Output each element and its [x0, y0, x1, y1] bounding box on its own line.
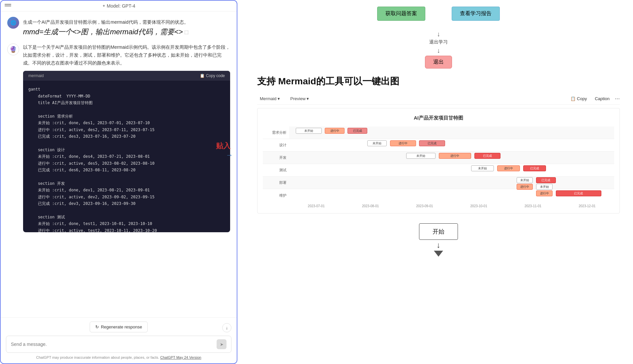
gantt-bar-1-1: 未开始 [296, 128, 322, 134]
model-label: Model: GPT-4 [102, 3, 135, 9]
preview-tab-button[interactable]: Preview ▾ [288, 95, 312, 102]
gantt-bar-3-1: 未开始 [406, 153, 436, 159]
gantt-bars-3: 未开始 进行中 已完成 [289, 152, 614, 164]
chat-panel: Model: GPT-4 🌐 生成一个AI产品开发项目甘特图示例，输出merma… [0, 0, 237, 364]
gantt-date-labels: 2023-07-01 2023-08-01 2023-09-01 2023-10… [289, 204, 614, 208]
gantt-row-4: 测试 未开始 进行中 已完成 [263, 164, 614, 177]
preview-chevron-icon: ▾ [307, 96, 309, 101]
flowchart-area: 开始 ↓ [257, 223, 620, 257]
copy-icon: 📋 [200, 73, 205, 78]
gantt-section-label-6: 维护 [263, 189, 289, 202]
paste-in-arrow: → [226, 151, 233, 159]
user-text-1: 生成一个AI产品开发项目甘特图示例，输出mermaid代码，需要体现不同的状态。 [23, 17, 189, 26]
toolbar-right: 📋 Copy Caption ··· [568, 95, 620, 102]
section-title: 支持 Mermaid的工具可以一键出图 [257, 75, 620, 88]
message-input[interactable] [11, 342, 214, 347]
gantt-bar-3-2: 进行中 [439, 153, 471, 159]
gantt-section-label-1: 需求分析 [263, 126, 289, 139]
copy-code-button[interactable]: 📋 Copy code [200, 73, 225, 78]
toolbar-left: Mermaid ▾ Preview ▾ [257, 95, 312, 102]
gantt-bars-5: 未开始 进行中 已完成 未开始 [289, 177, 614, 189]
chat-header: Model: GPT-4 [1, 1, 237, 12]
code-block: mermaid 📋 Copy code gantt dateFormat YYY… [23, 71, 230, 232]
gantt-bar-6-2: 已完成 [556, 190, 601, 196]
get-answer-button[interactable]: 获取问题答案 [377, 7, 425, 21]
gantt-chart-area: AI产品开发项目甘特图 需求分析 未开始 进行中 已完成 设计 未开始 进行中 … [257, 108, 620, 213]
gantt-bars-6: 进行中 已完成 [289, 189, 614, 202]
scroll-down-button[interactable]: ↓ [222, 323, 231, 332]
gantt-bar-4-2: 进行中 [497, 165, 520, 171]
mermaid-tab-button[interactable]: Mermaid ▾ [257, 95, 283, 102]
right-panel: 获取问题答案 查看学习报告 ↓ 退出学习 ↓ 退出 支持 Mermaid的工具可… [237, 0, 633, 364]
ai-avatar: 🔮 [7, 43, 19, 55]
italic-title: mmd=生成一个<>图，输出mermaid代码，需要<> ⬚ [23, 27, 189, 37]
toolbar-copy-icon: 📋 [570, 96, 576, 101]
flowchart-arrow: ↓ [437, 240, 440, 250]
gantt-bar-2-1: 未开始 [367, 140, 387, 146]
gantt-bar-3-3: 已完成 [474, 153, 500, 159]
code-body: gantt dateFormat YYYY-MM-DD title AI产品开发… [23, 81, 230, 232]
gantt-bar-6-1: 进行中 [536, 190, 552, 196]
sidebar-toggle-button[interactable] [5, 4, 11, 11]
code-lang-label: mermaid [28, 73, 44, 78]
gantt-bars-4: 未开始 进行中 已完成 [289, 164, 614, 176]
gantt-row-3: 开发 未开始 进行中 已完成 [263, 152, 614, 164]
gantt-date-5: 2023-11-01 [506, 204, 560, 208]
toolbar-caption-button[interactable]: Caption [592, 95, 612, 102]
top-buttons-area: 获取问题答案 查看学习报告 [257, 0, 620, 27]
regenerate-button[interactable]: ↻ Regenerate response [90, 322, 148, 332]
gantt-date-4: 2023-10-01 [452, 204, 506, 208]
send-button[interactable]: ➤ [217, 339, 226, 349]
view-report-button[interactable]: 查看学习报告 [452, 7, 500, 21]
gantt-date-1: 2023-07-01 [289, 204, 343, 208]
exit-label: 退出学习 [429, 39, 448, 45]
gantt-bar-2-3: 已完成 [419, 140, 445, 146]
paste-in-label: 贴入 [216, 141, 230, 151]
flow-arrow-2: ↓ [437, 47, 440, 54]
gantt-bar-4-1: 未开始 [471, 165, 494, 171]
gantt-title: AI产品开发项目甘特图 [263, 115, 614, 121]
regenerate-icon: ↻ [95, 324, 99, 329]
flowchart-triangle [434, 251, 443, 257]
exit-button[interactable]: 退出 [425, 56, 452, 69]
user-message-1: 🌐 生成一个AI产品开发项目甘特图示例，输出mermaid代码，需要体现不同的状… [7, 17, 230, 37]
exit-flow: ↓ 退出学习 ↓ 退出 [257, 31, 620, 69]
disclaimer-text: ChatGPT may produce inaccurate informati… [6, 355, 231, 359]
mermaid-toolbar: Mermaid ▾ Preview ▾ 📋 Copy Caption ··· [257, 93, 620, 105]
gantt-bar-5-3: 已完成 [536, 177, 556, 183]
disclaimer-link[interactable]: ChatGPT May 24 Version [160, 355, 201, 359]
gantt-row-1: 需求分析 未开始 进行中 已完成 [263, 126, 614, 139]
mermaid-chevron-icon: ▾ [278, 96, 280, 101]
chevron-down-icon: ↓ [226, 325, 228, 330]
chat-footer: ↻ Regenerate response ↓ ➤ ChatGPT may pr… [1, 317, 237, 363]
gantt-bar-4-3: 已完成 [523, 165, 546, 171]
chat-messages: 🌐 生成一个AI产品开发项目甘特图示例，输出mermaid代码，需要体现不同的状… [1, 12, 237, 317]
gantt-bar-2-2: 进行中 [390, 140, 416, 146]
gantt-bars-2: 未开始 进行中 已完成 [289, 139, 614, 151]
gantt-row-6: 维护 进行中 已完成 [263, 189, 614, 202]
toolbar-copy-button[interactable]: 📋 Copy [568, 95, 589, 102]
gantt-row-5: 部署 未开始 进行中 已完成 未开始 [263, 177, 614, 189]
gantt-bars-1: 未开始 进行中 已完成 [289, 126, 614, 139]
gantt-date-3: 2023-09-01 [398, 204, 452, 208]
toolbar-more-button[interactable]: ··· [615, 95, 620, 102]
ai-message-1: 🔮 以下是一个关于AI产品开发项目的甘特图的Mermaid示例代码。该示例在开发… [7, 43, 230, 232]
regenerate-area: ↻ Regenerate response ↓ [6, 322, 231, 332]
edit-icon[interactable]: ⬚ [184, 29, 189, 35]
gantt-bar-5-1: 未开始 [517, 177, 533, 183]
gantt-section-label-4: 测试 [263, 164, 289, 176]
message-input-area: ➤ [6, 336, 231, 353]
flowchart-start-box: 开始 [419, 223, 458, 240]
gantt-date-6: 2023-12-01 [560, 204, 614, 208]
send-icon: ➤ [220, 342, 224, 347]
gantt-section-label-5: 部署 [263, 177, 289, 189]
gantt-date-2: 2023-08-01 [343, 204, 397, 208]
ai-intro-text: 以下是一个关于AI产品开发项目的甘特图的Mermaid示例代码。该示例在开发周期… [23, 43, 230, 67]
code-header: mermaid 📋 Copy code [23, 71, 230, 81]
user-avatar: 🌐 [7, 17, 19, 29]
gantt-bar-1-2: 进行中 [325, 128, 344, 134]
gantt-section-label-2: 设计 [263, 139, 289, 151]
flow-arrow-1: ↓ [437, 31, 440, 37]
gantt-bar-1-3: 已完成 [347, 128, 367, 134]
gantt-row-2: 设计 未开始 进行中 已完成 [263, 139, 614, 152]
